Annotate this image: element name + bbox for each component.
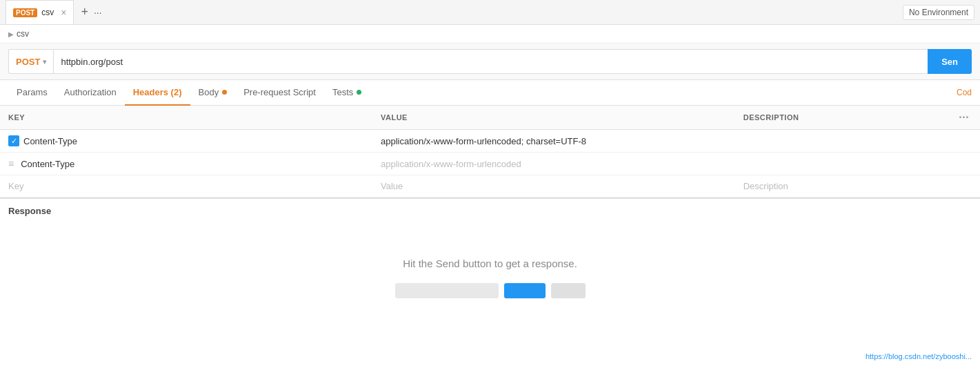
tab-body[interactable]: Body xyxy=(190,80,236,106)
method-chevron-icon: ▾ xyxy=(43,58,46,66)
row2-more-cell xyxy=(950,153,980,175)
method-badge: POST xyxy=(13,8,37,17)
breadcrumb: ▶ csv xyxy=(0,25,980,44)
send-button[interactable]: Sen xyxy=(928,49,972,74)
tab-bar: POST csv × + ··· No Environment xyxy=(0,0,980,25)
add-tab-button[interactable]: + xyxy=(78,5,91,19)
col-header-value: VALUE xyxy=(372,106,735,130)
response-section-header: Response xyxy=(0,198,980,223)
breadcrumb-name: csv xyxy=(17,29,29,39)
row3-key-cell[interactable]: Key xyxy=(0,175,372,198)
tab-close-icon[interactable]: × xyxy=(61,7,66,18)
url-input[interactable] xyxy=(53,49,928,74)
placeholder-bar xyxy=(395,283,499,298)
tab-pre-request-script[interactable]: Pre-request Script xyxy=(235,80,324,106)
table-row-placeholder: Key Value Description xyxy=(0,175,980,198)
body-dot-icon xyxy=(222,90,227,95)
headers-table: KEY VALUE DESCRIPTION ··· ✓ Content-Type… xyxy=(0,106,980,198)
col-header-more: ··· xyxy=(950,106,980,130)
tab-csv[interactable]: POST csv × xyxy=(6,0,74,24)
row1-desc-cell xyxy=(735,130,951,153)
tests-dot-icon xyxy=(357,90,361,95)
tab-headers-label: Headers (2) xyxy=(133,87,182,97)
tab-name: csv xyxy=(41,8,54,17)
row3-more-cell xyxy=(950,175,980,198)
row2-key-cell: ≡ Content-Type xyxy=(0,153,372,175)
row3-desc-placeholder: Description xyxy=(743,181,788,191)
environment-selector[interactable]: No Environment xyxy=(903,5,974,20)
table-row: ≡ Content-Type application/x-www-form-ur… xyxy=(0,153,980,175)
table-more-icon[interactable]: ··· xyxy=(959,111,969,123)
row1-key-label: Content-Type xyxy=(23,136,77,146)
table-row: ✓ Content-Type application/x-www-form-ur… xyxy=(0,130,980,153)
row1-key-cell: ✓ Content-Type xyxy=(0,130,372,153)
code-link[interactable]: Cod xyxy=(957,88,972,97)
request-tabs-nav: Params Authorization Headers (2) Body Pr… xyxy=(0,80,980,106)
col-header-description: DESCRIPTION xyxy=(735,106,951,130)
placeholder-buttons xyxy=(395,283,586,298)
col-header-key: KEY xyxy=(0,106,372,130)
breadcrumb-arrow: ▶ xyxy=(8,30,14,38)
drag-handle-icon[interactable]: ≡ xyxy=(8,158,14,169)
more-tabs-icon[interactable]: ··· xyxy=(94,7,102,18)
row2-value-label: application/x-www-form-urlencoded xyxy=(381,159,521,169)
row2-value-cell: application/x-www-form-urlencoded xyxy=(372,153,735,175)
row1-value-label: application/x-www-form-urlencoded; chars… xyxy=(381,136,586,146)
hit-send-area: Hit the Send button to get a response. xyxy=(0,223,980,312)
row2-key-label: Content-Type xyxy=(21,159,74,169)
method-selector[interactable]: POST ▾ xyxy=(8,49,53,74)
tab-body-label: Body xyxy=(199,87,219,97)
tab-authorization-label: Authorization xyxy=(64,87,117,97)
tab-pre-request-label: Pre-request Script xyxy=(243,87,316,97)
method-label: POST xyxy=(16,57,40,67)
row1-value-cell: application/x-www-form-urlencoded; chars… xyxy=(372,130,735,153)
tab-params[interactable]: Params xyxy=(8,80,56,106)
tab-tests[interactable]: Tests xyxy=(324,80,370,106)
response-label: Response xyxy=(8,206,51,216)
placeholder-btn-gray xyxy=(551,283,586,298)
url-bar: POST ▾ Sen xyxy=(0,44,980,80)
row3-value-placeholder: Value xyxy=(381,181,403,191)
row3-desc-cell[interactable]: Description xyxy=(735,175,951,198)
tab-headers[interactable]: Headers (2) xyxy=(125,80,190,106)
row1-more-cell xyxy=(950,130,980,153)
tab-tests-label: Tests xyxy=(332,87,353,97)
tab-authorization[interactable]: Authorization xyxy=(56,80,125,106)
row2-desc-cell xyxy=(735,153,951,175)
row3-value-cell[interactable]: Value xyxy=(372,175,735,198)
placeholder-btn-blue xyxy=(504,283,546,298)
hit-send-message: Hit the Send button to get a response. xyxy=(403,258,577,269)
tab-params-label: Params xyxy=(17,87,48,97)
row3-key-placeholder: Key xyxy=(8,181,23,191)
row1-checkbox[interactable]: ✓ xyxy=(8,135,19,146)
